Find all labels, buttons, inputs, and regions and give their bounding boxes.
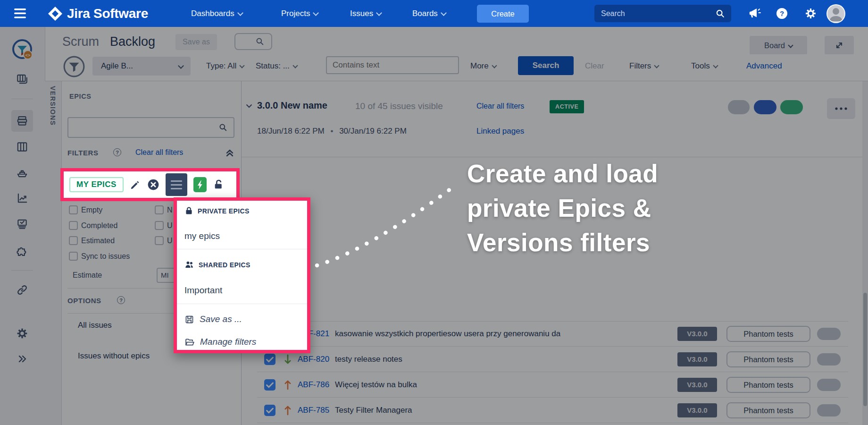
my-epics-highlight-box: MY EPICS <box>60 168 240 201</box>
avatar-photo <box>827 5 844 22</box>
global-search-input[interactable] <box>594 5 719 22</box>
dropdown-divider <box>177 304 307 304</box>
epic-filters-dropdown: PRIVATE EPICS my epics SHARED EPICS Impo… <box>174 197 310 353</box>
folder-open-icon <box>184 337 195 347</box>
my-epics-tag[interactable]: MY EPICS <box>69 177 124 192</box>
chevron-down-icon <box>237 10 243 16</box>
nav-dashboards[interactable]: Dashboards <box>191 0 242 27</box>
edit-filter-icon[interactable] <box>130 179 141 190</box>
tutorial-dim-overlay <box>0 27 868 425</box>
top-navbar: Jira Software Dashboards Projects Issues… <box>0 0 868 27</box>
avatar[interactable] <box>826 4 845 23</box>
annotation-line: private Epics & <box>467 191 658 225</box>
bolt-icon <box>196 180 203 190</box>
dropdown-manage-filters[interactable]: Manage filters <box>184 337 256 347</box>
remove-filter-icon[interactable] <box>147 178 159 191</box>
help-icon[interactable]: ? <box>776 8 787 19</box>
nav-projects[interactable]: Projects <box>281 0 318 27</box>
people-icon <box>184 260 194 269</box>
jira-logo-icon[interactable] <box>47 6 63 22</box>
chevron-down-icon <box>313 10 319 16</box>
shared-epics-header: SHARED EPICS <box>184 260 250 269</box>
gear-icon[interactable] <box>805 8 817 19</box>
annotation-line: Versions filters <box>467 225 658 260</box>
jira-backlog-screen: Jira Software Dashboards Projects Issues… <box>0 0 868 425</box>
tutorial-annotation: Create and load private Epics & Versions… <box>467 156 658 260</box>
logo-text[interactable]: Jira Software <box>67 0 148 27</box>
lock-icon <box>184 206 193 215</box>
dropdown-divider <box>177 249 307 249</box>
private-epics-header: PRIVATE EPICS <box>184 206 250 215</box>
annotation-line: Create and load <box>467 156 658 191</box>
nav-issues[interactable]: Issues <box>350 0 381 27</box>
unlock-icon[interactable] <box>213 179 225 191</box>
dropdown-item-important[interactable]: Important <box>184 285 222 296</box>
filter-menu-button[interactable] <box>166 173 187 196</box>
search-icon[interactable] <box>715 8 726 19</box>
save-icon <box>184 314 194 324</box>
chevron-down-icon <box>441 10 447 16</box>
megaphone-icon[interactable] <box>748 8 761 20</box>
chevron-down-icon <box>376 10 382 16</box>
quick-filter-button[interactable] <box>193 177 207 192</box>
create-button[interactable]: Create <box>477 5 529 23</box>
dropdown-item-my-epics[interactable]: my epics <box>184 231 220 241</box>
global-search <box>594 5 731 22</box>
dropdown-save-as[interactable]: Save as ... <box>184 314 242 324</box>
nav-boards[interactable]: Boards <box>412 0 446 27</box>
app-menu-icon[interactable] <box>14 8 26 19</box>
